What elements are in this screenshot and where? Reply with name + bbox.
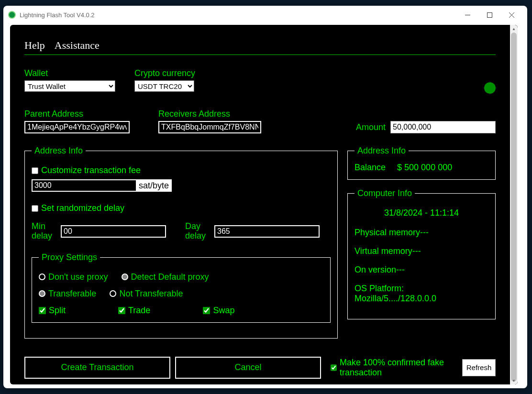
confirm-fake-label: Make 100% confirmed fake transaction — [340, 358, 457, 378]
proxy-settings-legend: Proxy Settings — [39, 252, 100, 263]
app-icon — [8, 11, 16, 19]
menu-assistance[interactable]: Assistance — [55, 39, 100, 52]
svg-rect-0 — [487, 12, 492, 17]
content-area: ▲ ▼ Help Assistance Wallet Trust Wallet … — [10, 25, 518, 384]
wallet-select[interactable]: Trust Wallet — [24, 80, 115, 92]
split-label: Split — [49, 306, 66, 316]
customize-fee-label: Customize transaction fee — [41, 165, 141, 175]
trade-checkbox[interactable] — [118, 307, 125, 314]
random-delay-label: Set randomized delay — [41, 203, 124, 213]
not-transferable-label: Not Transferable — [119, 289, 183, 299]
on-version-row: On version--- — [355, 265, 488, 275]
confirm-fake-checkbox[interactable] — [331, 364, 337, 372]
fee-input[interactable] — [32, 179, 137, 192]
cancel-button[interactable]: Cancel — [175, 357, 321, 379]
amount-label: Amount — [356, 122, 386, 132]
scroll-thumb[interactable] — [511, 33, 517, 382]
parent-address-input[interactable] — [24, 121, 130, 133]
address-info-legend: Address Info — [32, 146, 86, 156]
virtual-memory-row: Virtual memory--- — [355, 246, 488, 256]
menu-bar: Help Assistance — [24, 39, 496, 55]
app-window: Lightning Flash Tool V4.0.2 ▲ ▼ Help Ass… — [3, 6, 527, 388]
computer-info-legend: Computer Info — [355, 188, 415, 198]
day-delay-label: Daydelay — [185, 222, 206, 241]
status-indicator-icon — [484, 82, 496, 94]
parent-address-label: Parent Address — [24, 109, 130, 119]
computer-datetime: 31/8/2024 - 11:1:14 — [355, 208, 488, 218]
balance-fieldset: Address Info Balance $ 500 000 000 — [347, 146, 496, 180]
receivers-address-label: Receivers Address — [158, 109, 261, 119]
titlebar: Lightning Flash Tool V4.0.2 — [3, 6, 527, 24]
day-delay-input[interactable] — [214, 225, 320, 238]
balance-label: Balance — [355, 163, 386, 173]
crypto-select[interactable]: USDT TRC20 — [134, 80, 194, 92]
window-title: Lightning Flash Tool V4.0.2 — [20, 11, 95, 19]
trade-label: Trade — [128, 306, 150, 316]
min-delay-input[interactable] — [61, 225, 166, 238]
refresh-button[interactable]: Refresh — [462, 359, 496, 376]
split-checkbox[interactable] — [39, 307, 46, 314]
fee-unit: sat/byte — [137, 179, 172, 192]
scroll-down-icon[interactable]: ▼ — [510, 377, 518, 384]
amount-input[interactable] — [390, 121, 496, 133]
balance-value: $ 500 000 000 — [397, 163, 452, 173]
create-transaction-button[interactable]: Create Transaction — [24, 357, 170, 379]
menu-help[interactable]: Help — [24, 39, 45, 52]
crypto-label: Crypto currency — [134, 68, 195, 78]
physical-memory-row: Physical memory--- — [355, 228, 488, 238]
address-info-fieldset: Address Info Customize transaction fee s… — [24, 146, 338, 339]
random-delay-checkbox[interactable] — [32, 205, 38, 212]
transferable-label: Transferable — [48, 289, 96, 299]
not-transferable-radio[interactable] — [110, 290, 116, 297]
min-delay-label: Mindelay — [32, 222, 52, 241]
detect-proxy-radio[interactable] — [122, 274, 128, 280]
scrollbar[interactable]: ▲ ▼ — [510, 25, 518, 384]
dont-use-proxy-radio[interactable] — [39, 274, 45, 280]
swap-label: Swap — [213, 306, 234, 316]
receivers-address-input[interactable] — [158, 121, 261, 133]
transferable-radio[interactable] — [39, 290, 45, 297]
computer-info-fieldset: Computer Info 31/8/2024 - 11:1:14 Physic… — [347, 188, 496, 319]
close-button[interactable] — [500, 8, 522, 22]
maximize-button[interactable] — [478, 8, 500, 22]
balance-legend: Address Info — [355, 146, 409, 156]
proxy-settings-fieldset: Proxy Settings Don't use proxy Detect De… — [32, 252, 331, 323]
customize-fee-checkbox[interactable] — [32, 167, 38, 174]
swap-checkbox[interactable] — [203, 307, 210, 314]
detect-proxy-label: Detect Default proxy — [131, 272, 209, 282]
minimize-button[interactable] — [456, 8, 478, 22]
scroll-up-icon[interactable]: ▲ — [510, 25, 518, 33]
os-platform-row: OS Platform: Mozilla/5..../128.0.0.0 — [355, 284, 488, 304]
wallet-label: Wallet — [24, 68, 115, 78]
dont-use-proxy-label: Don't use proxy — [48, 272, 108, 282]
